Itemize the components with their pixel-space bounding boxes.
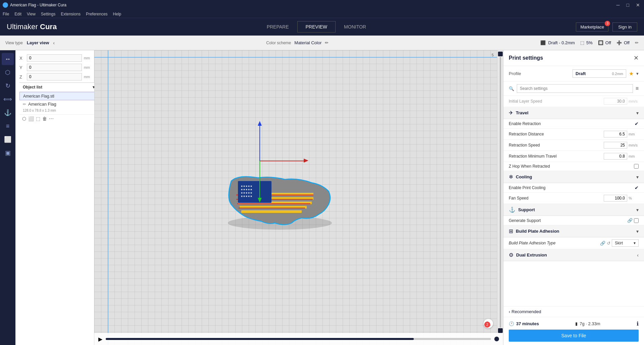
leftsidebar: ↔ ⬡ ↻ ⟺ ⚓ ≡ ⬜ ▣ (0, 50, 15, 345)
dual-extrusion-chevron-icon[interactable]: ‹ (637, 252, 639, 258)
search-icon: 🔍 (509, 86, 514, 91)
build-plate-section-header[interactable]: ⊞ Build Plate Adhesion ▾ (503, 225, 644, 237)
x-input[interactable] (27, 54, 82, 62)
menu-preferences[interactable]: Preferences (86, 12, 108, 16)
toolbar-adhesion-value: Off (624, 40, 630, 45)
tab-preview[interactable]: PREVIEW (297, 21, 336, 33)
layer-thumb-bottom[interactable] (498, 328, 503, 333)
sidebar-icon-move[interactable]: ↔ (2, 53, 14, 65)
play-button[interactable]: ▶ (98, 336, 102, 342)
z-label: Z (19, 74, 25, 79)
minimize-button[interactable]: ─ (615, 2, 621, 8)
retraction-speed-row: Retraction Speed mm/s (503, 140, 644, 151)
cooling-section-header[interactable]: ❄ Cooling ▾ (503, 171, 644, 183)
tab-monitor[interactable]: MONITOR (336, 21, 375, 33)
build-plate-reset-btn[interactable]: ↺ (607, 241, 610, 246)
generate-support-checkbox[interactable] (634, 218, 639, 223)
layer-slider[interactable] (497, 50, 503, 333)
support-section-header[interactable]: ⚓ Support ▾ (503, 204, 644, 216)
menu-edit[interactable]: Edit (14, 12, 21, 16)
object-cube-btn[interactable]: ⬡ (22, 116, 26, 121)
travel-section-header[interactable]: ✈ Travel ▾ (503, 107, 644, 119)
info-button[interactable]: ℹ (637, 321, 639, 327)
object-filename-input[interactable] (23, 94, 94, 99)
retraction-speed-input[interactable] (604, 142, 627, 149)
nav-right: Marketplace 3 Sign in (576, 22, 637, 32)
settings-menu-button[interactable]: ≡ (636, 85, 639, 92)
object-delete-btn[interactable]: 🗑 (42, 116, 47, 121)
initial-layer-speed-input[interactable] (604, 98, 627, 105)
menu-settings[interactable]: Settings (41, 12, 55, 16)
menu-view[interactable]: View (27, 12, 36, 16)
sidebar-icon-layer[interactable]: ≡ (2, 120, 14, 132)
retraction-min-travel-unit: mm (629, 154, 639, 158)
toolbar-left: View type Layer view ‹ (5, 40, 55, 46)
dual-extrusion-title: Dual Extrusion (516, 252, 547, 257)
retraction-min-travel-input[interactable] (604, 153, 627, 160)
brand-suffix: Cura (40, 22, 57, 31)
layer-number-top: 5 (492, 53, 494, 57)
enable-retraction-label: Enable Retraction (509, 121, 635, 126)
z-hop-checkbox[interactable] (634, 164, 639, 169)
recommended-chevron-icon: ‹ (509, 309, 510, 314)
maximize-button[interactable]: □ (625, 2, 631, 8)
objectlist-header[interactable]: Object list ▾ (19, 83, 98, 92)
sidebar-icon-scale[interactable]: ⬡ (2, 66, 14, 78)
sidebar-icon-mirror[interactable]: ⟺ (2, 93, 14, 105)
object-more-btn[interactable]: ⋯ (49, 116, 54, 121)
progress-dot[interactable] (494, 337, 499, 341)
marketplace-button[interactable]: Marketplace 3 (576, 22, 608, 32)
travel-chevron-icon[interactable]: ▾ (636, 110, 639, 116)
dual-extrusion-section-header[interactable]: ⚙ Dual Extrusion ‹ (503, 249, 644, 261)
grid-background: ★★★★★ ★★★★★ ★★★★★ ★★★★★ 5 (94, 50, 503, 345)
object-stack-btn[interactable]: ⬜ (28, 116, 34, 121)
sidebar-icon-support[interactable]: ⚓ (2, 107, 14, 119)
print-settings-close-button[interactable]: ✕ (634, 54, 639, 62)
save-to-file-button[interactable]: Save to File (509, 330, 639, 342)
build-plate-type-value: Skirt (615, 241, 623, 245)
enable-print-cooling-check[interactable]: ✔ (635, 185, 639, 190)
fan-speed-input[interactable] (604, 195, 627, 202)
build-plate-type-dropdown[interactable]: Skirt ▾ (612, 239, 639, 247)
tab-prepare[interactable]: PREPARE (258, 21, 297, 33)
menu-extensions[interactable]: Extensions (61, 12, 81, 16)
signin-button[interactable]: Sign in (612, 22, 637, 32)
sidebar-icon-rotate[interactable]: ↻ (2, 80, 14, 92)
build-plate-link-btn[interactable]: 🔗 (600, 241, 605, 246)
build-plate-type-actions: 🔗 ↺ Skirt ▾ (600, 239, 639, 247)
sidebar-icon-tool1[interactable]: ⬜ (2, 133, 14, 146)
search-input[interactable] (517, 84, 633, 93)
wrench-button[interactable]: 🔧 2 (484, 319, 493, 328)
link-icon: 🔗 (627, 218, 633, 223)
view-type-chevron[interactable]: ‹ (53, 40, 55, 46)
toolbar-edit-button[interactable]: ✏ (635, 40, 639, 45)
fan-speed-row: Fan Speed % (503, 193, 644, 204)
recommended-button[interactable]: ‹ Recommended (509, 309, 541, 314)
profile-chevron-icon[interactable]: ▾ (636, 71, 639, 76)
build-plate-type-row: Build Plate Adhesion Type 🔗 ↺ Skirt ▾ (503, 237, 644, 249)
settings-body: Initial Layer Speed mm/s ✈ Travel ▾ Enab… (503, 96, 644, 306)
x-axis-arrow (304, 159, 308, 163)
support-chevron-icon[interactable]: ▾ (636, 207, 639, 213)
z-input[interactable] (27, 73, 82, 80)
time-value: 37 minutes (516, 321, 539, 326)
enable-retraction-check[interactable]: ✔ (635, 121, 639, 126)
menu-help[interactable]: Help (113, 12, 121, 16)
color-scheme-edit-button[interactable]: ✏ (325, 40, 329, 45)
progress-bar[interactable] (106, 338, 491, 340)
marketplace-label: Marketplace (580, 24, 604, 30)
sidebar-icon-tool2[interactable]: ▣ (2, 147, 14, 159)
close-button[interactable]: ✕ (635, 2, 641, 8)
retraction-distance-input[interactable] (604, 131, 627, 137)
cooling-chevron-icon[interactable]: ▾ (636, 174, 639, 180)
object-outline-btn[interactable]: ⬚ (36, 116, 40, 121)
menu-file[interactable]: File (3, 12, 9, 16)
profile-select-box[interactable]: Draft 0.2mm (573, 69, 626, 78)
layer-thumb-top[interactable] (498, 52, 503, 56)
initial-layer-speed-label: Initial Layer Speed (509, 99, 604, 104)
y-input[interactable] (27, 64, 82, 71)
svg-rect-5 (241, 210, 302, 213)
profile-star-icon[interactable]: ★ (629, 70, 634, 77)
retraction-distance-value: mm (604, 131, 639, 137)
build-plate-chevron-icon[interactable]: ▾ (636, 229, 639, 234)
